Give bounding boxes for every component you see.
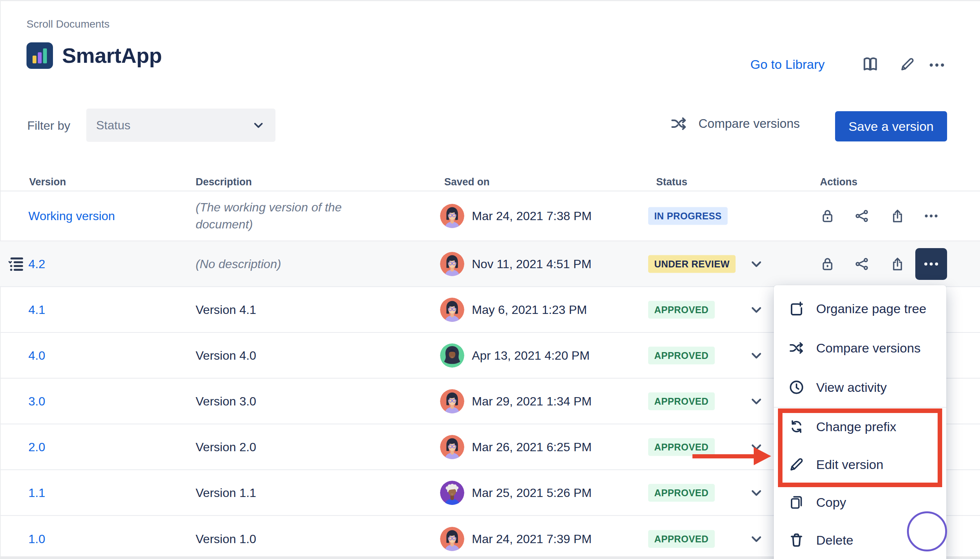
compare-versions-button[interactable]: Compare versions [670,114,800,133]
more-icon[interactable] [923,208,939,224]
menu-item-compare-versions[interactable]: Compare versions [774,328,946,368]
woman-bob-orange-avatar [440,204,464,228]
export-icon[interactable] [890,256,906,272]
export-icon[interactable] [890,208,906,224]
saved-on-date: Mar 29, 2021 1:34 PM [472,394,592,408]
bar-chart-logo-icon [26,42,53,69]
chevron-down-icon[interactable] [748,347,764,364]
menu-section: Organize page treeCompare versionsView a… [774,289,946,407]
saved-on-date: Mar 26, 2021 6:25 PM [472,440,592,454]
share-icon[interactable] [854,256,870,272]
version-description: Version 1.1 [195,484,374,501]
trash-icon [788,532,805,548]
menu-item-label: Delete [816,533,853,547]
status-filter-value: Status [96,118,131,132]
lock-icon[interactable] [819,256,836,272]
version-description: Version 1.0 [195,530,374,547]
arrow-annotation [692,454,754,458]
woman-bob-orange-avatar [440,252,464,276]
chevron-down-icon[interactable] [748,302,764,318]
version-tree-icon [8,255,25,273]
version-description: Version 2.0 [195,438,374,455]
version-description: Version 3.0 [195,393,374,410]
version-link[interactable]: 3.0 [28,394,45,408]
chevron-down-icon[interactable] [748,531,764,547]
arrow-head [754,447,771,465]
saved-on-date: Mar 24, 2021 7:38 PM [472,209,592,223]
click-indicator-circle [907,511,947,551]
version-description: Version 4.0 [195,347,374,364]
menu-item-label: Compare versions [816,341,920,356]
saved-on-date: Nov 11, 2021 4:51 PM [472,257,591,271]
status-badge[interactable]: APPROVED [648,392,715,410]
saved-on-date: Mar 24, 2021 7:39 PM [472,532,592,546]
menu-item-organize-page-tree[interactable]: Organize page tree [774,289,946,328]
menu-item-label: Copy [816,495,846,510]
breadcrumb: Scroll Documents [26,18,109,30]
share-icon[interactable] [854,208,870,224]
saved-on-date: Mar 25, 2021 5:26 PM [472,486,592,499]
woman-hijab-green-avatar [440,343,464,368]
version-link[interactable]: 4.2 [28,257,45,271]
book-icon[interactable] [861,55,879,73]
status-badge[interactable]: APPROVED [648,301,715,318]
column-header-description: Description [195,176,252,188]
saved-on-date: Apr 13, 2021 4:20 PM [472,348,589,362]
status-badge[interactable]: APPROVED [648,484,715,501]
lock-icon[interactable] [819,208,836,224]
table-row: 4.2(No description)Nov 11, 2021 4:51 PMU… [0,241,980,287]
column-header-status: Status [656,176,687,188]
chevron-down-icon [251,118,266,132]
more-actions-button-active[interactable] [915,248,947,280]
status-badge[interactable]: APPROVED [648,530,715,547]
status-badge: IN PROGRESS [648,207,728,225]
status-filter-select[interactable]: Status [86,109,275,142]
version-link[interactable]: 1.0 [28,532,45,546]
copy-icon [788,494,805,511]
version-description: (No description) [195,255,374,272]
saved-on-date: May 6, 2021 1:23 PM [472,303,587,317]
version-link[interactable]: Working version [28,209,115,223]
more-icon [922,255,940,273]
elder-purple-avatar [440,481,464,505]
woman-bob-orange-avatar [440,298,464,322]
woman-bob-orange-avatar [440,435,464,459]
compare-versions-label: Compare versions [699,116,800,131]
version-link[interactable]: 4.1 [28,303,45,317]
chevron-down-icon[interactable] [748,485,764,501]
ellipsis-icon[interactable] [928,56,946,74]
chevron-down-icon[interactable] [748,256,764,272]
woman-bob-orange-avatar [440,527,464,551]
clock-icon [788,379,805,395]
shuffle-icon [788,340,805,356]
column-header-saved-on: Saved on [444,176,490,188]
go-to-library-link[interactable]: Go to Library [750,56,825,73]
panel-top-border [0,0,980,1]
status-badge[interactable]: APPROVED [648,346,715,364]
filter-by-label: Filter by [27,119,70,133]
column-header-version: Version [29,176,66,188]
status-badge[interactable]: UNDER REVIEW [648,255,735,273]
chevron-down-icon[interactable] [748,394,764,409]
woman-bob-orange-avatar [440,389,464,413]
version-link[interactable]: 2.0 [28,440,45,454]
save-a-version-button[interactable]: Save a version [835,111,947,141]
version-description: (The working version of the document) [195,199,374,233]
page-add-icon [788,300,805,317]
scroll-documents-panel: Scroll Documents SmartApp Go to Library … [0,0,980,559]
version-link[interactable]: 4.0 [28,348,45,362]
status-badge[interactable]: APPROVED [648,438,715,456]
shuffle-icon [670,114,688,133]
menu-item-label: View activity [816,380,887,395]
version-link[interactable]: 1.1 [28,486,45,499]
menu-item-view-activity[interactable]: View activity [774,368,946,407]
pencil-icon[interactable] [899,56,915,73]
highlight-box-annotation [778,408,942,487]
version-description: Version 4.1 [195,301,374,318]
menu-item-label: Organize page tree [816,301,926,316]
table-row: Working version(The working version of t… [0,191,980,241]
page-title: SmartApp [62,42,162,69]
column-header-actions: Actions [820,176,858,188]
